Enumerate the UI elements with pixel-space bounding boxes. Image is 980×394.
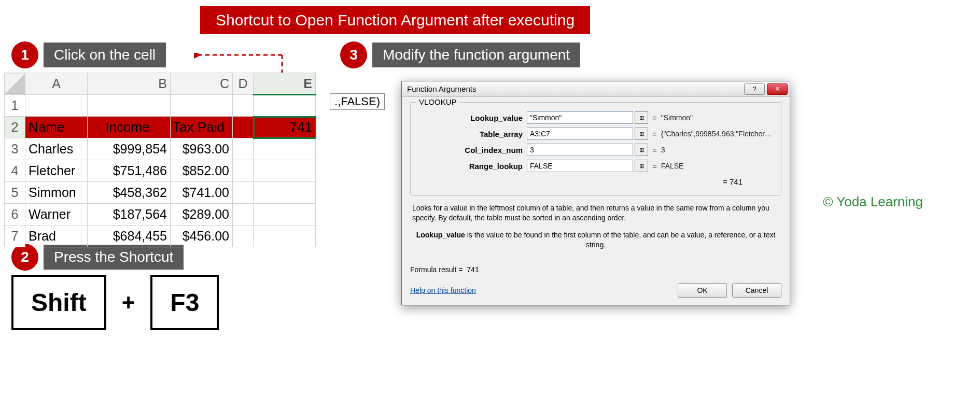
arg-result: {"Charles",999854,963;"Fletcher",751... xyxy=(661,130,774,138)
cell-e2[interactable]: 741 xyxy=(254,117,316,138)
cancel-button[interactable]: Cancel xyxy=(732,283,781,298)
arg-desc-text: is the value to be found in the first co… xyxy=(465,231,775,249)
spreadsheet[interactable]: A B C D E 1 2 Name Income Tax Paid 741 3… xyxy=(4,73,316,247)
dialog-titlebar[interactable]: Function Arguments ? ✕ xyxy=(402,81,790,97)
close-icon[interactable]: ✕ xyxy=(767,83,788,95)
cell[interactable]: $458,362 xyxy=(88,182,171,204)
arg-result: FALSE xyxy=(661,162,774,170)
cell[interactable]: $741.00 xyxy=(171,182,233,204)
row-header[interactable]: 5 xyxy=(5,182,25,204)
step-label: Click on the cell xyxy=(44,43,166,67)
vlookup-fieldset: VLOOKUP Lookup_value ⊞ = "Simmon" Table_… xyxy=(410,102,781,196)
cell[interactable]: $289.00 xyxy=(171,204,233,226)
shortcut-keys: Shift + F3 xyxy=(11,275,219,330)
table-row: 5 Simmon $458,362 $741.00 xyxy=(5,182,316,204)
col-header-b[interactable]: B xyxy=(88,73,171,95)
function-arguments-dialog: Function Arguments ? ✕ VLOOKUP Lookup_va… xyxy=(401,81,790,305)
row-header[interactable]: 4 xyxy=(5,160,25,182)
header-name[interactable]: Name xyxy=(25,117,88,138)
collapse-dialog-icon[interactable]: ⊞ xyxy=(635,111,648,124)
arg-label: Lookup_value xyxy=(418,114,527,122)
cell[interactable]: $852.00 xyxy=(171,160,233,182)
step-badge: 3 xyxy=(340,41,367,68)
calc-result: = 741 xyxy=(418,177,774,186)
arg-label: Table_array xyxy=(418,130,527,138)
help-link[interactable]: Help on this function xyxy=(410,286,476,294)
equals-sign: = xyxy=(652,130,657,138)
argument-description: Lookup_value is the value to be found in… xyxy=(412,230,779,250)
arg-row-lookup-value: Lookup_value ⊞ = "Simmon" xyxy=(418,111,774,124)
equals-sign: = xyxy=(652,146,657,154)
col-header-a[interactable]: A xyxy=(25,73,88,95)
function-description: Looks for a value in the leftmost column… xyxy=(412,203,779,223)
arg-row-col-index: Col_index_num ⊞ = 3 xyxy=(418,144,774,156)
collapse-dialog-icon[interactable]: ⊞ xyxy=(635,144,648,156)
equals-sign: = xyxy=(652,162,657,171)
arg-result: "Simmon" xyxy=(661,114,774,122)
cell[interactable]: Brad xyxy=(25,226,88,247)
page-title: Shortcut to Open Function Argument after… xyxy=(200,6,590,34)
cell[interactable]: Fletcher xyxy=(25,160,88,182)
step-badge: 2 xyxy=(11,244,38,271)
cell[interactable]: $456.00 xyxy=(171,226,233,247)
arg-row-table-array: Table_array ⊞ = {"Charles",999854,963;"F… xyxy=(418,128,774,140)
ok-button[interactable]: OK xyxy=(678,283,727,298)
col-index-input[interactable] xyxy=(527,144,633,156)
row-header[interactable]: 1 xyxy=(5,95,25,117)
step-3: 3 Modify the function argument xyxy=(340,41,580,68)
col-header-c[interactable]: C xyxy=(171,73,233,95)
plus-icon: + xyxy=(122,290,135,316)
arg-result: 3 xyxy=(661,146,774,154)
step-label: Modify the function argument xyxy=(372,43,580,67)
key-shift: Shift xyxy=(11,275,106,330)
watermark: © Yoda Learning xyxy=(823,194,923,210)
cell[interactable]: $963.00 xyxy=(171,138,233,160)
col-header-d[interactable]: D xyxy=(233,73,254,95)
row-header[interactable]: 3 xyxy=(5,138,25,160)
row-header[interactable]: 6 xyxy=(5,204,25,226)
arg-desc-label: Lookup_value xyxy=(416,231,465,239)
table-row: 4 Fletcher $751,486 $852.00 xyxy=(5,160,316,182)
select-all-corner[interactable] xyxy=(5,73,25,95)
table-row: 3 Charles $999,854 $963.00 xyxy=(5,138,316,160)
arg-label: Col_index_num xyxy=(418,146,527,154)
cell[interactable]: Simmon xyxy=(25,182,88,204)
cell[interactable]: $684,455 xyxy=(88,226,171,247)
cell[interactable]: $187,564 xyxy=(88,204,171,226)
arg-row-range-lookup: Range_lookup ⊞ = FALSE xyxy=(418,160,774,172)
cell[interactable]: $751,486 xyxy=(88,160,171,182)
cell[interactable]: Charles xyxy=(25,138,88,160)
table-row: 6 Warner $187,564 $289.00 xyxy=(5,204,316,226)
table-header-row: 2 Name Income Tax Paid 741 xyxy=(5,117,316,138)
formula-result: Formula result = 741 xyxy=(410,265,781,274)
table-row: 7 Brad $684,455 $456.00 xyxy=(5,226,316,247)
step-badge: 1 xyxy=(11,41,38,68)
step-2: 2 Press the Shortcut xyxy=(11,244,184,271)
cell[interactable]: Warner xyxy=(25,204,88,226)
row-header[interactable]: 7 xyxy=(5,226,25,247)
cell[interactable]: $999,854 xyxy=(88,138,171,160)
step-1: 1 Click on the cell xyxy=(11,41,166,68)
step-label: Press the Shortcut xyxy=(44,245,184,270)
table-array-input[interactable] xyxy=(527,128,633,140)
row-header[interactable]: 2 xyxy=(5,117,25,138)
col-header-e[interactable]: E xyxy=(254,73,316,95)
lookup-value-input[interactable] xyxy=(527,111,633,124)
formula-tooltip: .,FALSE) xyxy=(330,93,385,110)
help-icon[interactable]: ? xyxy=(744,83,765,95)
range-lookup-input[interactable] xyxy=(527,160,633,172)
header-taxpaid[interactable]: Tax Paid xyxy=(171,117,233,138)
key-f3: F3 xyxy=(150,275,219,330)
arg-label: Range_lookup xyxy=(418,162,527,171)
collapse-dialog-icon[interactable]: ⊞ xyxy=(635,128,648,140)
equals-sign: = xyxy=(652,114,657,122)
collapse-dialog-icon[interactable]: ⊞ xyxy=(635,160,648,172)
function-name: VLOOKUP xyxy=(416,97,460,106)
dialog-title: Function Arguments xyxy=(407,85,744,93)
header-income[interactable]: Income xyxy=(88,117,171,138)
